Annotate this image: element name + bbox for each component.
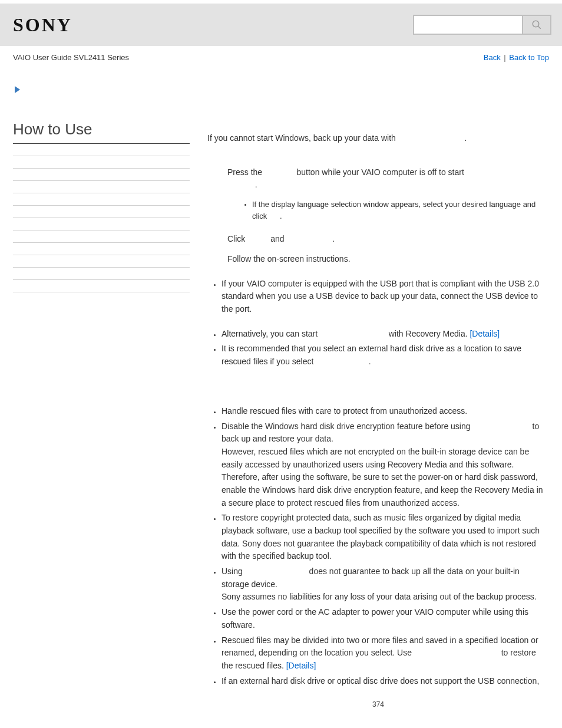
usb-note-list: If your VAIO computer is equipped with t… (207, 278, 549, 316)
list-item: It is recommended that you select an ext… (222, 342, 549, 368)
header-bar: SONY (0, 0, 562, 46)
warning-notes: Handle rescued files with care to protec… (207, 405, 549, 687)
separator: | (504, 53, 508, 62)
step-3: Follow the on-screen instructions. (227, 253, 549, 266)
breadcrumb-arrow (0, 73, 562, 103)
svg-point-0 (533, 21, 539, 27)
list-item: Alternatively, you can start with Recove… (222, 328, 549, 341)
list-item: Rescued files may be divided into two or… (222, 634, 549, 673)
list-item: Disable the Windows hard disk drive encr… (222, 420, 549, 510)
step-1-sub: If the display language selection window… (227, 199, 549, 222)
intro-text: If you cannot start Windows, back up you… (207, 132, 549, 145)
sidebar-rule (13, 180, 190, 181)
back-link[interactable]: Back (484, 53, 501, 62)
back-to-top-link[interactable]: Back to Top (509, 53, 549, 62)
main-area: How to Use If you cannot start Windows, … (0, 103, 562, 710)
sidebar-rule (13, 292, 190, 292)
chevron-right-icon (13, 84, 24, 95)
sidebar-rule (13, 168, 190, 169)
list-item: If an external hard disk drive or optica… (222, 675, 549, 688)
sidebar-rule (13, 255, 190, 255)
sidebar-rule (13, 242, 190, 243)
steps: Press the button while your VAIO compute… (207, 166, 549, 266)
list-item: Use the power cord or the AC adapter to … (222, 606, 549, 631)
sony-logo: SONY (13, 14, 72, 36)
subheader: VAIO User Guide SVL2411 Series Back | Ba… (0, 46, 562, 73)
list-item: To restore copyright protected data, suc… (222, 512, 549, 563)
sidebar-rule (13, 205, 190, 206)
search-wrap (413, 15, 551, 35)
svg-line-1 (538, 26, 541, 29)
details-link[interactable]: [Details] (470, 329, 500, 338)
sidebar-rule (13, 230, 190, 230)
search-icon (531, 19, 542, 30)
nav-links: Back | Back to Top (484, 53, 549, 62)
list-item: Handle rescued files with care to protec… (222, 405, 549, 418)
list-item: If the display language selection window… (252, 199, 549, 222)
step-1: Press the button while your VAIO compute… (227, 166, 549, 192)
guide-title: VAIO User Guide SVL2411 Series (13, 53, 129, 62)
search-button[interactable] (522, 15, 551, 35)
list-item: If your VAIO computer is equipped with t… (222, 278, 549, 316)
alt-notes: Alternatively, you can start with Recove… (207, 328, 549, 368)
content: If you cannot start Windows, back up you… (190, 103, 549, 710)
sidebar-rule (13, 193, 190, 193)
search-input[interactable] (413, 15, 522, 35)
step-2: Click and . (227, 233, 549, 246)
sidebar-rule (13, 156, 190, 156)
page-number: 374 (207, 699, 549, 710)
list-item: Using does not guarantee to back up all … (222, 565, 549, 604)
sidebar-rule (13, 279, 190, 280)
sidebar-title: How to Use (13, 120, 190, 144)
sidebar-rule (13, 218, 190, 218)
sidebar-rule (13, 267, 190, 268)
sidebar: How to Use (13, 103, 190, 710)
details-link-2[interactable]: [Details] (286, 661, 316, 670)
